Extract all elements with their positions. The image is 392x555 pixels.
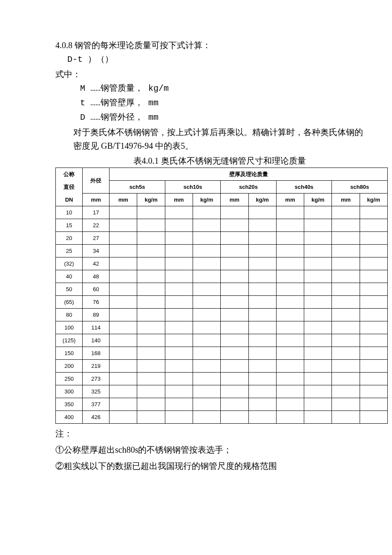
cell-empty [304,385,332,398]
cell-empty [360,360,387,373]
cell-empty [221,270,248,283]
cell-empty [248,411,276,424]
th-10s-kgm: kg/m [193,194,220,206]
cell-empty [332,321,360,334]
cell-dn: 50 [56,283,83,296]
cell-empty [165,245,193,257]
th-20s-mm: mm [221,194,248,206]
table-row: 200219 [56,360,388,373]
cell-empty [332,411,360,424]
cell-od: 168 [83,347,110,360]
cell-empty [110,411,137,424]
cell-od: 426 [83,411,110,424]
cell-dn: 350 [56,398,83,411]
cell-empty [137,360,165,373]
th-sch-4: sch80s [332,181,388,194]
cell-empty [165,398,193,411]
cell-empty [248,245,276,257]
cell-empty [332,245,360,257]
cell-empty [248,309,276,321]
cell-empty [137,232,165,245]
cell-empty [221,309,248,321]
th-dn-2: 直径 [56,181,83,194]
cell-empty [193,245,220,257]
cell-empty [276,232,304,245]
cell-empty [304,334,332,347]
cell-empty [360,309,387,321]
cell-empty [332,334,360,347]
cell-empty [304,219,332,232]
cell-empty [110,360,137,373]
table-row: 5060 [56,283,388,296]
cell-empty [165,219,193,232]
th-80s-kgm: kg/m [360,194,387,206]
cell-empty [248,385,276,398]
cell-empty [304,411,332,424]
th-od-unit: mm [83,194,110,206]
cell-empty [110,219,137,232]
table-row: 400426 [56,411,388,424]
cell-empty [304,206,332,219]
cell-empty [276,347,304,360]
cell-empty [137,257,165,270]
th-od-1: 外径 [83,168,110,194]
table-row: 1522 [56,219,388,232]
cell-empty [221,232,248,245]
cell-empty [221,398,248,411]
cell-empty [276,245,304,257]
th-sch-2: sch20s [221,181,277,194]
cell-empty [248,206,276,219]
cell-empty [360,245,387,257]
cell-empty [332,206,360,219]
cell-od: 219 [83,360,110,373]
cell-empty [360,296,387,309]
th-5s-kgm: kg/m [137,194,165,206]
cell-empty [193,334,220,347]
cell-dn: 25 [56,245,83,257]
cell-empty [332,398,360,411]
cell-dn: 40 [56,270,83,283]
cell-empty [110,334,137,347]
table-row: 100114 [56,321,388,334]
th-10s-mm: mm [165,194,193,206]
cell-empty [304,283,332,296]
cell-empty [165,270,193,283]
th-thick-group: 壁厚及理论质量 [110,168,388,181]
cell-empty [276,321,304,334]
cell-empty [276,270,304,283]
cell-empty [332,232,360,245]
table-row: (125)140 [56,334,388,347]
cell-empty [248,270,276,283]
cell-od: 42 [83,257,110,270]
cell-empty [248,296,276,309]
cell-empty [360,270,387,283]
cell-empty [137,347,165,360]
cell-empty [221,373,248,385]
cell-od: 48 [83,270,110,283]
table-row: 350377 [56,398,388,411]
cell-empty [332,347,360,360]
cell-empty [137,321,165,334]
cell-empty [221,385,248,398]
cell-empty [193,270,220,283]
cell-dn: 15 [56,219,83,232]
cell-empty [304,309,332,321]
table-row: 8089 [56,309,388,321]
cell-empty [137,206,165,219]
cell-empty [332,283,360,296]
cell-od: 140 [83,334,110,347]
cell-empty [304,360,332,373]
cell-empty [165,283,193,296]
cell-od: 325 [83,385,110,398]
cell-empty [221,206,248,219]
cell-empty [304,347,332,360]
cell-empty [248,347,276,360]
cell-dn: 100 [56,321,83,334]
cell-empty [276,219,304,232]
th-sch-0: sch5s [110,181,165,194]
table-row: 250273 [56,373,388,385]
cell-empty [110,232,137,245]
cell-empty [332,219,360,232]
cell-dn: (65) [56,296,83,309]
cell-dn: (125) [56,334,83,347]
